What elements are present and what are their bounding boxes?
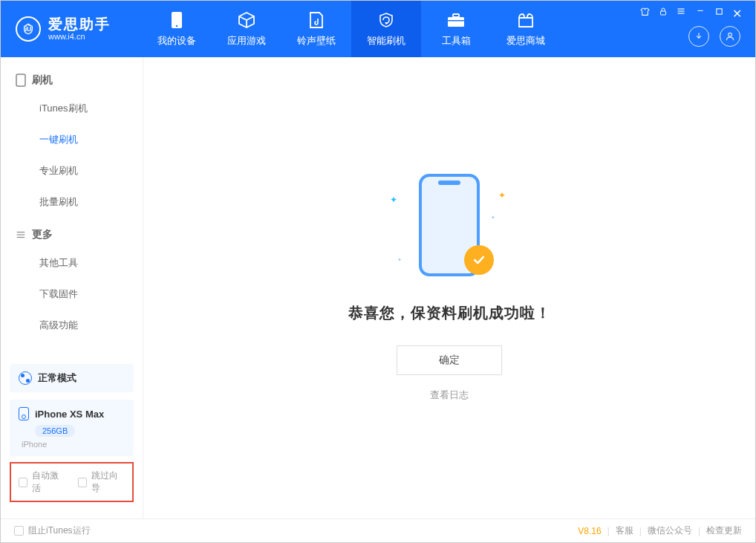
more-icon	[16, 230, 26, 240]
nav-tab-device[interactable]: 我的设备	[142, 1, 212, 57]
svg-text:iÙ: iÙ	[25, 25, 32, 33]
sidebar-item-itunes-flash[interactable]: iTunes刷机	[1, 93, 143, 124]
nav-tab-store[interactable]: 爱思商城	[491, 1, 561, 57]
sidebar: 刷机 iTunes刷机 一键刷机 专业刷机 批量刷机 更多 其他工具 下载固件 …	[1, 57, 143, 518]
svg-rect-4	[453, 14, 459, 17]
menu-icon[interactable]	[677, 7, 685, 21]
device-name: iPhone XS Max	[35, 409, 104, 420]
user-button[interactable]	[720, 26, 740, 47]
checkbox-icon	[14, 526, 24, 536]
checkbox-icon	[78, 478, 87, 487]
success-message: 恭喜您，保资料刷机成功啦！	[348, 303, 551, 323]
support-link[interactable]: 客服	[616, 524, 633, 537]
cube-icon	[238, 10, 255, 30]
footer-bar: 阻止iTunes运行 V8.16 | 客服 | 微信公众号 | 检查更新	[1, 518, 755, 542]
download-button[interactable]	[688, 26, 709, 47]
close-icon[interactable]: ✕	[732, 7, 742, 21]
normal-mode-icon	[19, 371, 32, 385]
store-icon	[517, 10, 535, 30]
svg-point-11	[729, 33, 732, 36]
refresh-shield-icon	[377, 10, 395, 30]
svg-rect-12	[16, 74, 25, 86]
ok-button[interactable]: 确定	[397, 345, 502, 375]
sidebar-item-onekey-flash[interactable]: 一键刷机	[1, 124, 143, 155]
nav-tab-apps[interactable]: 应用游戏	[212, 1, 281, 57]
sparkle-icon: ✦	[390, 195, 397, 205]
sparkle-icon: ✦	[397, 257, 402, 263]
nav-tabs: 我的设备 应用游戏 铃声壁纸 智能刷机 工具箱 爱思商城	[142, 1, 561, 57]
update-link[interactable]: 检查更新	[706, 524, 742, 537]
svg-rect-10	[717, 9, 722, 14]
sidebar-section-flash: 刷机	[1, 63, 143, 93]
success-illustration: ✦ ✦ ✦ ✦	[397, 174, 501, 285]
app-logo-icon: iÙ	[16, 16, 41, 42]
sidebar-item-other-tools[interactable]: 其他工具	[1, 247, 143, 279]
sparkle-icon: ✦	[491, 215, 495, 221]
nav-tab-toolbox[interactable]: 工具箱	[421, 1, 491, 57]
logo-section[interactable]: iÙ 爱思助手 www.i4.cn	[1, 16, 142, 42]
svg-rect-3	[448, 17, 464, 27]
nav-tab-flash[interactable]: 智能刷机	[351, 1, 421, 57]
sidebar-item-advanced[interactable]: 高级功能	[1, 310, 143, 341]
device-mode-box[interactable]: 正常模式	[10, 364, 134, 392]
checkbox-auto-activate[interactable]: 自动激活	[19, 469, 66, 495]
device-type: iPhone	[22, 440, 125, 449]
svg-point-2	[176, 25, 177, 27]
shirt-icon[interactable]	[640, 7, 650, 21]
app-subtitle: www.i4.cn	[48, 33, 111, 41]
phone-icon	[19, 407, 29, 420]
device-info-box[interactable]: iPhone XS Max 256GB iPhone	[10, 400, 134, 456]
app-title: 爱思助手	[48, 17, 111, 33]
phone-outline-icon	[16, 74, 26, 87]
checkbox-icon	[19, 478, 27, 487]
lock-icon[interactable]	[659, 7, 668, 21]
sidebar-item-batch-flash[interactable]: 批量刷机	[1, 186, 143, 218]
svg-rect-5	[448, 20, 464, 22]
header-bar: iÙ 爱思助手 www.i4.cn 我的设备 应用游戏 铃声壁纸 智能刷机 工具…	[1, 1, 755, 57]
version-label: V8.16	[578, 526, 601, 536]
window-controls: － ✕	[640, 1, 745, 21]
nav-tab-ringtone[interactable]: 铃声壁纸	[281, 1, 351, 57]
sidebar-section-more: 更多	[1, 218, 143, 247]
maximize-icon[interactable]	[715, 7, 723, 21]
svg-rect-6	[661, 11, 666, 15]
sidebar-item-pro-flash[interactable]: 专业刷机	[1, 155, 143, 186]
content-area: ✦ ✦ ✦ ✦ 恭喜您，保资料刷机成功啦！ 确定 查看日志	[143, 57, 755, 518]
minimize-icon[interactable]: －	[694, 7, 706, 21]
toolbox-icon	[446, 10, 466, 30]
sparkle-icon: ✦	[498, 190, 506, 201]
sidebar-item-download-firmware[interactable]: 下载固件	[1, 279, 143, 310]
checkbox-skip-guide[interactable]: 跳过向导	[78, 469, 126, 495]
storage-badge: 256GB	[35, 425, 75, 437]
view-log-link[interactable]: 查看日志	[430, 388, 469, 402]
highlighted-options: 自动激活 跳过向导	[10, 462, 134, 502]
block-itunes-checkbox[interactable]: 阻止iTunes运行	[14, 524, 91, 537]
checkmark-badge-icon	[464, 245, 494, 275]
device-mode-label: 正常模式	[38, 371, 76, 385]
wechat-link[interactable]: 微信公众号	[648, 524, 692, 537]
device-icon	[171, 10, 183, 30]
music-file-icon	[309, 10, 324, 30]
